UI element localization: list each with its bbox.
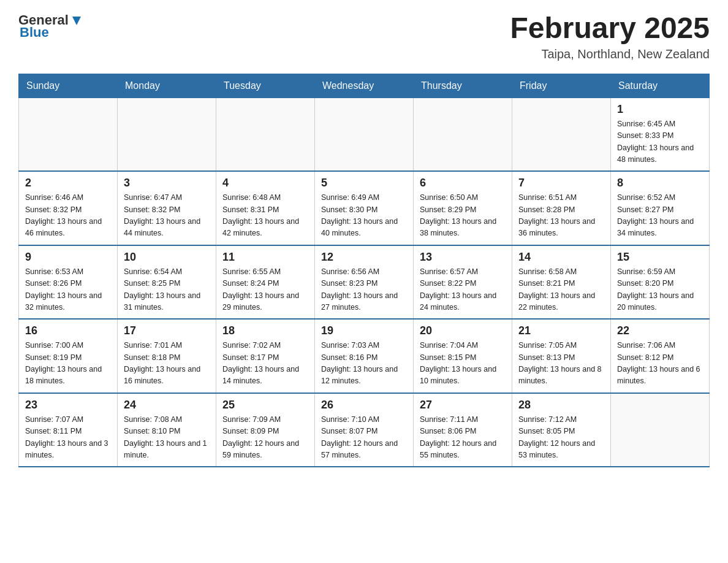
weekday-header-row: SundayMondayTuesdayWednesdayThursdayFrid… — [19, 74, 710, 98]
day-info: Sunrise: 6:52 AMSunset: 8:27 PMDaylight:… — [617, 192, 703, 240]
day-info: Sunrise: 7:09 AMSunset: 8:09 PMDaylight:… — [222, 414, 308, 462]
calendar-cell: 6Sunrise: 6:50 AMSunset: 8:29 PMDaylight… — [414, 171, 512, 245]
day-number: 25 — [222, 399, 308, 412]
day-info: Sunrise: 6:47 AMSunset: 8:32 PMDaylight:… — [124, 192, 210, 240]
calendar-cell: 27Sunrise: 7:11 AMSunset: 8:06 PMDayligh… — [414, 393, 512, 467]
calendar-cell: 28Sunrise: 7:12 AMSunset: 8:05 PMDayligh… — [512, 393, 611, 467]
day-number: 20 — [420, 324, 506, 337]
day-info: Sunrise: 6:58 AMSunset: 8:21 PMDaylight:… — [518, 266, 604, 314]
calendar-cell — [315, 98, 414, 171]
day-info: Sunrise: 6:59 AMSunset: 8:20 PMDaylight:… — [617, 266, 703, 314]
calendar-week-row: 1Sunrise: 6:45 AMSunset: 8:33 PMDaylight… — [19, 98, 710, 171]
weekday-header-wednesday: Wednesday — [315, 74, 414, 98]
day-number: 13 — [420, 251, 506, 264]
logo-triangle-icon — [70, 14, 83, 28]
logo: General Blue — [18, 12, 83, 40]
calendar-cell: 17Sunrise: 7:01 AMSunset: 8:18 PMDayligh… — [118, 319, 216, 393]
logo-blue-text: Blue — [20, 25, 49, 40]
day-number: 26 — [321, 399, 407, 412]
day-number: 4 — [222, 177, 308, 190]
calendar-cell — [216, 98, 315, 171]
day-info: Sunrise: 7:03 AMSunset: 8:16 PMDaylight:… — [321, 340, 407, 388]
calendar-cell — [19, 98, 118, 171]
day-info: Sunrise: 7:10 AMSunset: 8:07 PMDaylight:… — [321, 414, 407, 462]
day-info: Sunrise: 7:01 AMSunset: 8:18 PMDaylight:… — [124, 340, 210, 388]
day-info: Sunrise: 6:55 AMSunset: 8:24 PMDaylight:… — [222, 266, 308, 314]
weekday-header-monday: Monday — [118, 74, 216, 98]
day-number: 27 — [420, 399, 506, 412]
calendar-cell — [118, 98, 216, 171]
calendar-cell: 5Sunrise: 6:49 AMSunset: 8:30 PMDaylight… — [315, 171, 414, 245]
calendar-title: February 2025 — [510, 12, 710, 45]
day-info: Sunrise: 6:46 AMSunset: 8:32 PMDaylight:… — [25, 192, 111, 240]
day-info: Sunrise: 6:49 AMSunset: 8:30 PMDaylight:… — [321, 192, 407, 240]
day-number: 15 — [617, 251, 703, 264]
day-number: 6 — [420, 177, 506, 190]
calendar-cell: 18Sunrise: 7:02 AMSunset: 8:17 PMDayligh… — [216, 319, 315, 393]
calendar-cell: 16Sunrise: 7:00 AMSunset: 8:19 PMDayligh… — [19, 319, 118, 393]
calendar-table: SundayMondayTuesdayWednesdayThursdayFrid… — [18, 74, 710, 468]
day-number: 12 — [321, 251, 407, 264]
day-number: 1 — [617, 103, 703, 116]
day-info: Sunrise: 7:11 AMSunset: 8:06 PMDaylight:… — [420, 414, 506, 462]
day-number: 24 — [124, 399, 210, 412]
day-info: Sunrise: 6:56 AMSunset: 8:23 PMDaylight:… — [321, 266, 407, 314]
weekday-header-saturday: Saturday — [611, 74, 710, 98]
day-number: 11 — [222, 251, 308, 264]
day-number: 16 — [25, 324, 111, 337]
calendar-cell: 1Sunrise: 6:45 AMSunset: 8:33 PMDaylight… — [611, 98, 710, 171]
calendar-week-row: 23Sunrise: 7:07 AMSunset: 8:11 PMDayligh… — [19, 393, 710, 467]
day-number: 23 — [25, 399, 111, 412]
day-number: 8 — [617, 177, 703, 190]
calendar-cell: 24Sunrise: 7:08 AMSunset: 8:10 PMDayligh… — [118, 393, 216, 467]
day-number: 5 — [321, 177, 407, 190]
calendar-cell: 23Sunrise: 7:07 AMSunset: 8:11 PMDayligh… — [19, 393, 118, 467]
svg-marker-0 — [72, 17, 81, 25]
day-number: 2 — [25, 177, 111, 190]
calendar-cell: 19Sunrise: 7:03 AMSunset: 8:16 PMDayligh… — [315, 319, 414, 393]
calendar-cell: 20Sunrise: 7:04 AMSunset: 8:15 PMDayligh… — [414, 319, 512, 393]
weekday-header-sunday: Sunday — [19, 74, 118, 98]
day-info: Sunrise: 7:06 AMSunset: 8:12 PMDaylight:… — [617, 340, 703, 388]
calendar-cell: 13Sunrise: 6:57 AMSunset: 8:22 PMDayligh… — [414, 245, 512, 320]
calendar-week-row: 16Sunrise: 7:00 AMSunset: 8:19 PMDayligh… — [19, 319, 710, 393]
calendar-week-row: 2Sunrise: 6:46 AMSunset: 8:32 PMDaylight… — [19, 171, 710, 245]
day-number: 17 — [124, 324, 210, 337]
day-info: Sunrise: 6:54 AMSunset: 8:25 PMDaylight:… — [124, 266, 210, 314]
day-number: 3 — [124, 177, 210, 190]
calendar-cell: 21Sunrise: 7:05 AMSunset: 8:13 PMDayligh… — [512, 319, 611, 393]
day-number: 21 — [518, 324, 604, 337]
calendar-cell: 10Sunrise: 6:54 AMSunset: 8:25 PMDayligh… — [118, 245, 216, 320]
day-info: Sunrise: 6:57 AMSunset: 8:22 PMDaylight:… — [420, 266, 506, 314]
calendar-week-row: 9Sunrise: 6:53 AMSunset: 8:26 PMDaylight… — [19, 245, 710, 320]
header: General Blue February 2025 Taipa, Northl… — [18, 12, 710, 61]
day-number: 19 — [321, 324, 407, 337]
day-info: Sunrise: 7:00 AMSunset: 8:19 PMDaylight:… — [25, 340, 111, 388]
calendar-cell: 4Sunrise: 6:48 AMSunset: 8:31 PMDaylight… — [216, 171, 315, 245]
calendar-cell — [512, 98, 611, 171]
calendar-cell — [414, 98, 512, 171]
calendar-cell: 22Sunrise: 7:06 AMSunset: 8:12 PMDayligh… — [611, 319, 710, 393]
calendar-cell: 25Sunrise: 7:09 AMSunset: 8:09 PMDayligh… — [216, 393, 315, 467]
day-number: 22 — [617, 324, 703, 337]
weekday-header-friday: Friday — [512, 74, 611, 98]
day-number: 28 — [518, 399, 604, 412]
calendar-cell: 2Sunrise: 6:46 AMSunset: 8:32 PMDaylight… — [19, 171, 118, 245]
calendar-cell: 14Sunrise: 6:58 AMSunset: 8:21 PMDayligh… — [512, 245, 611, 320]
title-area: February 2025 Taipa, Northland, New Zeal… — [510, 12, 710, 61]
day-info: Sunrise: 7:02 AMSunset: 8:17 PMDaylight:… — [222, 340, 308, 388]
day-number: 14 — [518, 251, 604, 264]
day-info: Sunrise: 7:05 AMSunset: 8:13 PMDaylight:… — [518, 340, 604, 388]
calendar-subtitle: Taipa, Northland, New Zealand — [510, 47, 710, 61]
calendar-cell: 8Sunrise: 6:52 AMSunset: 8:27 PMDaylight… — [611, 171, 710, 245]
calendar-cell: 15Sunrise: 6:59 AMSunset: 8:20 PMDayligh… — [611, 245, 710, 320]
day-number: 18 — [222, 324, 308, 337]
day-info: Sunrise: 6:53 AMSunset: 8:26 PMDaylight:… — [25, 266, 111, 314]
day-number: 10 — [124, 251, 210, 264]
day-info: Sunrise: 6:51 AMSunset: 8:28 PMDaylight:… — [518, 192, 604, 240]
calendar-cell — [611, 393, 710, 467]
day-number: 9 — [25, 251, 111, 264]
calendar-cell: 9Sunrise: 6:53 AMSunset: 8:26 PMDaylight… — [19, 245, 118, 320]
day-info: Sunrise: 7:08 AMSunset: 8:10 PMDaylight:… — [124, 414, 210, 462]
calendar-cell: 12Sunrise: 6:56 AMSunset: 8:23 PMDayligh… — [315, 245, 414, 320]
